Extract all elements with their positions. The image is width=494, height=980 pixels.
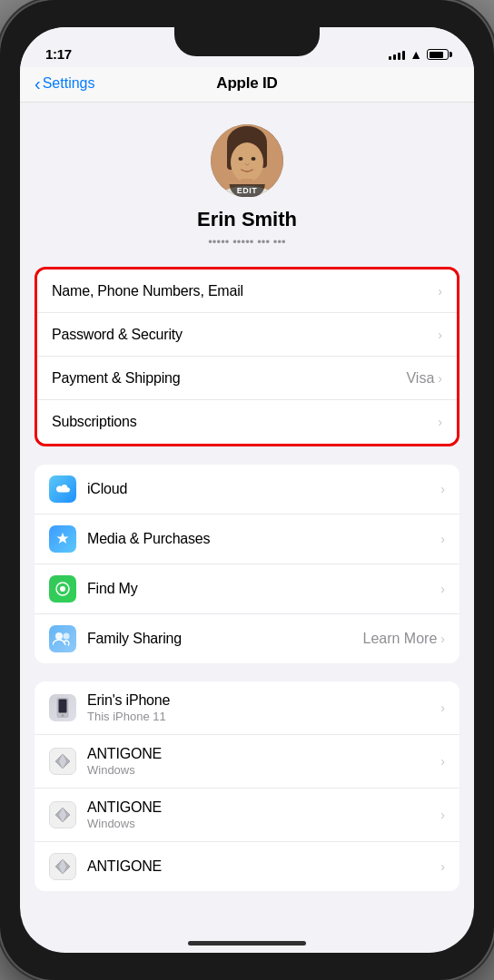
svg-point-4	[231, 142, 263, 182]
media-purchases-row[interactable]: Media & Purchases ›	[35, 514, 459, 564]
antigone2-subtitle: Windows	[87, 817, 440, 830]
antigone1-content: ANTIGONE Windows	[87, 746, 440, 777]
phone-frame: 1:17 ▲ ‹ Settings Apple ID	[0, 0, 494, 980]
svg-rect-14	[59, 700, 67, 713]
antigone1-label: ANTIGONE	[87, 746, 440, 762]
icloud-label: iCloud	[87, 481, 440, 497]
device-settings-group: Erin's iPhone This iPhone 11 ›	[35, 681, 459, 891]
chevron-icon: ›	[440, 860, 445, 873]
payment-shipping-label: Payment & Shipping	[52, 370, 406, 387]
antigone1-icon	[49, 748, 76, 775]
antigone3-label: ANTIGONE	[87, 858, 440, 875]
service-settings-group: iCloud › Media & Purchases	[35, 465, 459, 663]
password-security-content: Password & Security	[52, 327, 438, 343]
antigone2-label: ANTIGONE	[87, 799, 440, 816]
name-phones-email-content: Name, Phone Numbers, Email	[52, 283, 438, 299]
findmy-label: Find My	[87, 581, 440, 597]
media-purchases-right: ›	[440, 533, 445, 545]
signal-bar-4	[402, 51, 405, 60]
svg-point-11	[55, 632, 63, 640]
svg-point-15	[62, 714, 64, 717]
payment-shipping-content: Payment & Shipping	[52, 370, 406, 387]
screen-content: EDIT Erin Smith ••••• ••••• ••• ••• Name…	[20, 103, 474, 941]
chevron-icon: ›	[438, 328, 442, 341]
subscriptions-label: Subscriptions	[52, 414, 438, 430]
findmy-icon	[49, 575, 76, 603]
chevron-icon: ›	[440, 755, 445, 768]
payment-shipping-right: Visa ›	[406, 370, 442, 387]
family-sharing-value: Learn More	[363, 631, 438, 647]
iphone-content: Erin's iPhone This iPhone 11	[87, 692, 440, 723]
findmy-right: ›	[440, 583, 445, 595]
profile-email: ••••• ••••• ••• •••	[208, 235, 286, 249]
password-security-label: Password & Security	[52, 327, 438, 343]
profile-name: Erin Smith	[197, 208, 297, 231]
antigone3-row[interactable]: ANTIGONE ›	[35, 842, 459, 891]
chevron-icon: ›	[440, 808, 445, 821]
family-icon	[49, 625, 76, 652]
iphone-row[interactable]: Erin's iPhone This iPhone 11 ›	[35, 681, 459, 735]
back-button[interactable]: ‹ Settings	[35, 75, 94, 93]
family-sharing-label: Family Sharing	[87, 631, 363, 647]
chevron-icon: ›	[440, 632, 445, 645]
iphone-label: Erin's iPhone	[87, 692, 440, 709]
signal-bar-1	[389, 56, 391, 60]
iphone-icon	[49, 694, 76, 721]
antigone1-row[interactable]: ANTIGONE Windows ›	[35, 735, 459, 789]
name-phones-email-right: ›	[438, 285, 442, 298]
highlighted-settings-group: Name, Phone Numbers, Email › Password & …	[35, 267, 459, 446]
screen: 1:17 ▲ ‹ Settings Apple ID	[20, 27, 474, 953]
chevron-icon: ›	[438, 372, 442, 385]
highlighted-settings-inner: Name, Phone Numbers, Email › Password & …	[37, 270, 457, 444]
signal-bars-icon	[389, 49, 405, 60]
svg-point-6	[252, 157, 256, 161]
back-label: Settings	[43, 75, 95, 92]
family-sharing-right: Learn More ›	[363, 631, 446, 647]
back-chevron-icon: ‹	[35, 74, 41, 93]
icloud-content: iCloud	[87, 481, 440, 497]
media-purchases-content: Media & Purchases	[87, 531, 440, 547]
svg-point-12	[64, 633, 70, 640]
password-security-row[interactable]: Password & Security ›	[37, 313, 457, 357]
wifi-icon: ▲	[410, 47, 422, 62]
password-security-right: ›	[438, 328, 442, 341]
svg-point-10	[60, 586, 65, 592]
icloud-right: ›	[440, 483, 445, 495]
payment-shipping-value: Visa	[406, 370, 434, 387]
battery-icon	[427, 49, 449, 60]
antigone3-right: ›	[440, 860, 445, 873]
chevron-icon: ›	[440, 533, 445, 545]
icloud-icon	[49, 475, 76, 503]
page-title: Apple ID	[216, 74, 277, 93]
findmy-row[interactable]: Find My ›	[35, 564, 459, 614]
chevron-icon: ›	[438, 285, 442, 298]
icloud-row[interactable]: iCloud ›	[35, 465, 459, 514]
antigone2-icon	[49, 801, 76, 828]
status-time: 1:17	[45, 46, 72, 62]
avatar-container: EDIT	[211, 124, 283, 197]
antigone3-icon	[49, 853, 76, 880]
family-sharing-row[interactable]: Family Sharing Learn More ›	[35, 614, 459, 663]
findmy-content: Find My	[87, 581, 440, 597]
name-phones-email-row[interactable]: Name, Phone Numbers, Email ›	[37, 270, 457, 313]
antigone2-row[interactable]: ANTIGONE Windows ›	[35, 789, 459, 842]
name-phones-email-label: Name, Phone Numbers, Email	[52, 283, 438, 299]
battery-fill	[430, 52, 443, 58]
antigone1-subtitle: Windows	[87, 763, 440, 777]
svg-point-5	[239, 157, 243, 161]
chevron-icon: ›	[440, 483, 445, 495]
antigone3-content: ANTIGONE	[87, 858, 440, 875]
home-indicator	[188, 941, 306, 946]
signal-bar-3	[398, 53, 400, 60]
profile-section: EDIT Erin Smith ••••• ••••• ••• •••	[20, 103, 474, 263]
chevron-icon: ›	[440, 701, 445, 714]
media-purchases-label: Media & Purchases	[87, 531, 440, 547]
appstore-icon	[49, 525, 76, 553]
payment-shipping-row[interactable]: Payment & Shipping Visa ›	[37, 357, 457, 400]
signal-bar-2	[393, 54, 396, 60]
antigone1-right: ›	[440, 755, 445, 768]
subscriptions-row[interactable]: Subscriptions ›	[37, 400, 457, 444]
edit-badge[interactable]: EDIT	[230, 184, 265, 197]
notch	[174, 27, 320, 56]
subscriptions-right: ›	[438, 416, 442, 428]
